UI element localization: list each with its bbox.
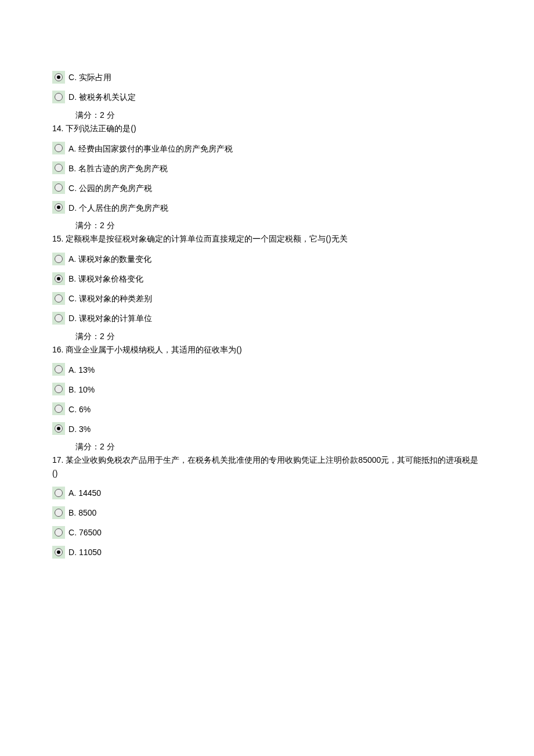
option-row: B. 名胜古迹的房产免房产税 (52, 161, 482, 174)
radio-button[interactable] (52, 71, 65, 84)
option-row: B. 课税对象价格变化 (52, 272, 482, 285)
option-row: D. 课税对象的计算单位 (52, 312, 482, 325)
radio-button[interactable] (52, 161, 65, 174)
radio-button[interactable] (52, 487, 65, 499)
question-block: 14. 下列说法正确的是() A. 经费由国家拨付的事业单位的房产免房产税 B.… (52, 122, 482, 231)
option-row: C. 76500 (52, 526, 482, 539)
radio-button[interactable] (52, 506, 65, 519)
partial-question-block: C. 实际占用 D. 被税务机关认定 满分：2 分 (52, 71, 482, 121)
option-row: A. 13% (52, 363, 482, 376)
option-row: C. 6% (52, 402, 482, 415)
score-line: 满分：2 分 (52, 221, 482, 231)
radio-button[interactable] (52, 142, 65, 154)
radio-button[interactable] (52, 383, 65, 395)
score-line: 满分：2 分 (52, 332, 482, 342)
option-label: D. 课税对象的计算单位 (68, 313, 152, 325)
question-block: 17. 某企业收购免税农产品用于生产，在税务机关批准使用的专用收购凭证上注明价款… (52, 453, 482, 559)
radio-button[interactable] (52, 526, 65, 539)
question-stem: 17. 某企业收购免税农产品用于生产，在税务机关批准使用的专用收购凭证上注明价款… (52, 453, 482, 480)
option-label: C. 6% (68, 404, 91, 416)
radio-button[interactable] (52, 402, 65, 415)
option-label: B. 8500 (68, 507, 96, 519)
radio-button[interactable] (52, 272, 65, 285)
option-label: A. 课税对象的数量变化 (68, 254, 151, 265)
option-row: A. 经费由国家拨付的事业单位的房产免房产税 (52, 142, 482, 154)
question-block: 15. 定额税率是按征税对象确定的计算单位而直接规定的一个固定税额，它与()无关… (52, 232, 482, 341)
question-stem: 16. 商业企业属于小规模纳税人，其适用的征收率为() (52, 343, 482, 356)
option-row: D. 个人居住的房产免房产税 (52, 201, 482, 214)
radio-button[interactable] (52, 292, 65, 305)
option-label: B. 10% (68, 384, 95, 396)
radio-button[interactable] (52, 312, 65, 325)
radio-button[interactable] (52, 363, 65, 376)
option-label: C. 76500 (68, 527, 102, 539)
score-line: 满分：2 分 (52, 110, 482, 121)
option-row: D. 11050 (52, 546, 482, 559)
option-label: D. 3% (68, 424, 91, 435)
option-label: A. 13% (68, 365, 95, 376)
radio-button[interactable] (52, 422, 65, 435)
score-line: 满分：2 分 (52, 442, 482, 452)
option-row: B. 8500 (52, 506, 482, 519)
option-label: A. 经费由国家拨付的事业单位的房产免房产税 (68, 143, 233, 155)
option-label: A. 14450 (68, 488, 101, 499)
option-label: C. 实际占用 (68, 72, 111, 84)
option-row: C. 实际占用 (52, 71, 482, 84)
radio-button[interactable] (52, 546, 65, 559)
option-label: C. 课税对象的种类差别 (68, 293, 152, 305)
option-row: C. 公园的房产免房产税 (52, 181, 482, 194)
option-row: D. 被税务机关认定 (52, 91, 482, 103)
option-row: A. 14450 (52, 487, 482, 499)
quiz-page: C. 实际占用 D. 被税务机关认定 满分：2 分 14. 下列说法正确的是()… (0, 0, 534, 600)
radio-button[interactable] (52, 181, 65, 194)
option-label: D. 个人居住的房产免房产税 (68, 203, 168, 214)
option-label: B. 名胜古迹的房产免房产税 (68, 163, 168, 175)
question-stem: 15. 定额税率是按征税对象确定的计算单位而直接规定的一个固定税额，它与()无关 (52, 232, 482, 245)
question-block: 16. 商业企业属于小规模纳税人，其适用的征收率为() A. 13% B. 10… (52, 343, 482, 452)
option-label: D. 被税务机关认定 (68, 92, 136, 103)
option-row: D. 3% (52, 422, 482, 435)
radio-button[interactable] (52, 253, 65, 265)
question-stem: 14. 下列说法正确的是() (52, 122, 482, 135)
option-label: B. 课税对象价格变化 (68, 273, 143, 285)
option-row: B. 10% (52, 383, 482, 395)
option-label: D. 11050 (68, 547, 102, 559)
radio-button[interactable] (52, 91, 65, 103)
radio-button[interactable] (52, 201, 65, 214)
option-row: C. 课税对象的种类差别 (52, 292, 482, 305)
option-row: A. 课税对象的数量变化 (52, 253, 482, 265)
option-label: C. 公园的房产免房产税 (68, 183, 152, 195)
